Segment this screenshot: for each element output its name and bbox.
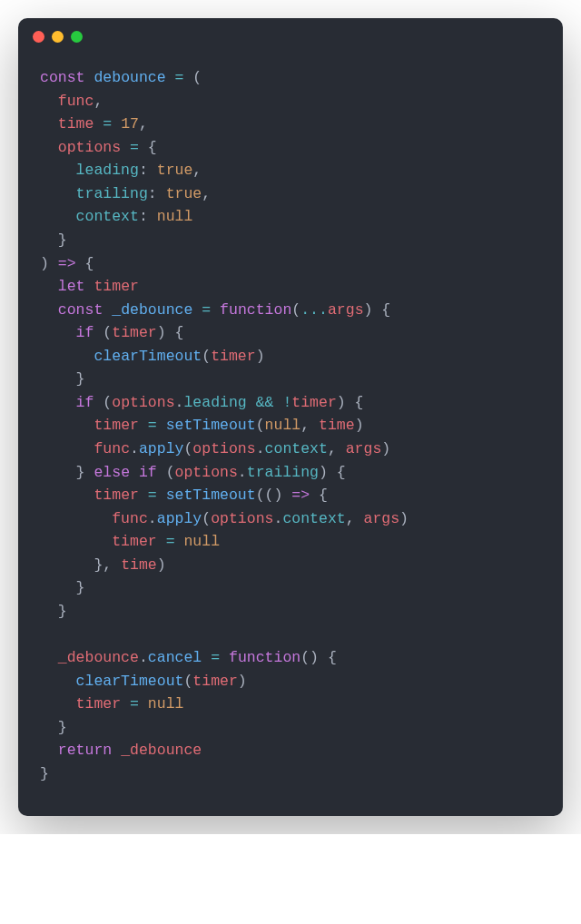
- code-token: context: [282, 510, 345, 527]
- code-token: return: [58, 742, 121, 759]
- code-token: .: [256, 440, 265, 457]
- code-token: (: [103, 394, 112, 411]
- code-token: const: [58, 301, 112, 319]
- code-token: ) {: [157, 324, 184, 341]
- code-token: args: [364, 510, 400, 527]
- code-token: null: [157, 208, 193, 225]
- code-token: [40, 185, 76, 202]
- code-token: [40, 742, 58, 759]
- code-token: &&: [256, 394, 274, 411]
- code-token: (: [183, 673, 192, 690]
- code-token: [157, 487, 166, 504]
- code-token: timer: [94, 487, 139, 504]
- code-token: }: [40, 464, 94, 481]
- code-token: ,: [328, 440, 346, 457]
- code-token: ): [256, 348, 265, 365]
- code-token: clearTimeout: [94, 348, 202, 365]
- code-token: =: [103, 115, 112, 133]
- code-token: [40, 139, 58, 156]
- code-token: _debounce: [121, 742, 202, 759]
- code-token: context: [76, 208, 139, 225]
- code-token: null: [183, 533, 220, 550]
- code-token: [157, 417, 166, 434]
- code-token: const: [40, 69, 94, 86]
- code-token: timer: [112, 533, 157, 550]
- code-token: trailing: [247, 464, 319, 481]
- code-token: options: [175, 464, 238, 481]
- code-token: [94, 115, 103, 133]
- code-token: [121, 139, 130, 156]
- code-token: {: [139, 139, 157, 156]
- code-token: time: [319, 417, 355, 434]
- code-token: 17: [121, 115, 139, 133]
- close-icon[interactable]: [33, 31, 44, 43]
- code-token: [40, 278, 58, 295]
- code-token: timer: [76, 695, 122, 713]
- code-token: ): [40, 255, 58, 272]
- code-token: [220, 649, 229, 666]
- code-token: context: [265, 440, 328, 457]
- code-token: true: [157, 162, 193, 179]
- code-token: time: [58, 115, 94, 133]
- code-token: options: [211, 510, 273, 527]
- code-token: [40, 649, 58, 666]
- code-token: .: [175, 394, 184, 411]
- code-token: .: [130, 440, 139, 457]
- code-token: _debounce: [112, 301, 192, 319]
- code-token: _debounce: [58, 649, 139, 666]
- code-token: },: [40, 556, 121, 574]
- code-token: [40, 301, 58, 319]
- code-token: [40, 440, 94, 457]
- code-token: [112, 115, 121, 133]
- code-token: function: [220, 301, 291, 319]
- code-token: args: [328, 301, 364, 319]
- code-token: ,: [202, 185, 211, 202]
- code-token: ...: [300, 301, 328, 319]
- code-window: const debounce = ( func, time = 17, opti…: [18, 18, 563, 816]
- code-token: ): [238, 673, 247, 690]
- code-token: (: [183, 69, 202, 86]
- code-token: timer: [94, 278, 139, 295]
- code-token: [139, 487, 148, 504]
- code-token: [40, 417, 94, 434]
- minimize-icon[interactable]: [52, 31, 64, 43]
- code-token: [40, 324, 76, 341]
- code-token: =>: [58, 255, 76, 272]
- code-token: cancel: [148, 649, 202, 666]
- code-token: ) {: [364, 301, 391, 319]
- code-token: }: [40, 765, 49, 782]
- code-token: function: [229, 649, 300, 666]
- code-token: =: [148, 417, 157, 434]
- code-token: }: [40, 579, 85, 596]
- code-token: null: [265, 417, 301, 434]
- code-token: ,: [300, 417, 319, 434]
- code-token: [40, 208, 76, 225]
- code-token: let: [58, 278, 94, 295]
- code-token: setTimeout: [166, 487, 256, 504]
- code-token: [40, 115, 58, 133]
- code-token: (: [202, 510, 211, 527]
- code-token: debounce: [94, 69, 165, 86]
- code-token: =: [175, 69, 184, 86]
- code-token: func: [94, 440, 130, 457]
- code-token: func: [112, 510, 148, 527]
- code-token: =>: [291, 487, 310, 504]
- maximize-icon[interactable]: [71, 31, 83, 43]
- code-token: [166, 69, 175, 86]
- code-token: [202, 649, 211, 666]
- code-token: {: [76, 255, 94, 272]
- code-token: ): [355, 417, 364, 434]
- code-token: trailing: [76, 185, 148, 202]
- code-token: ) {: [319, 464, 346, 481]
- code-token: args: [346, 440, 382, 457]
- code-token: =: [202, 301, 211, 319]
- code-token: timer: [112, 324, 157, 341]
- code-token: (: [291, 301, 300, 319]
- code-token: :: [148, 185, 166, 202]
- code-token: ): [399, 510, 409, 527]
- code-token: time: [121, 556, 157, 574]
- code-token: [121, 695, 130, 713]
- code-token: ,: [346, 510, 364, 527]
- code-token: (: [183, 440, 192, 457]
- code-token: ,: [139, 115, 148, 133]
